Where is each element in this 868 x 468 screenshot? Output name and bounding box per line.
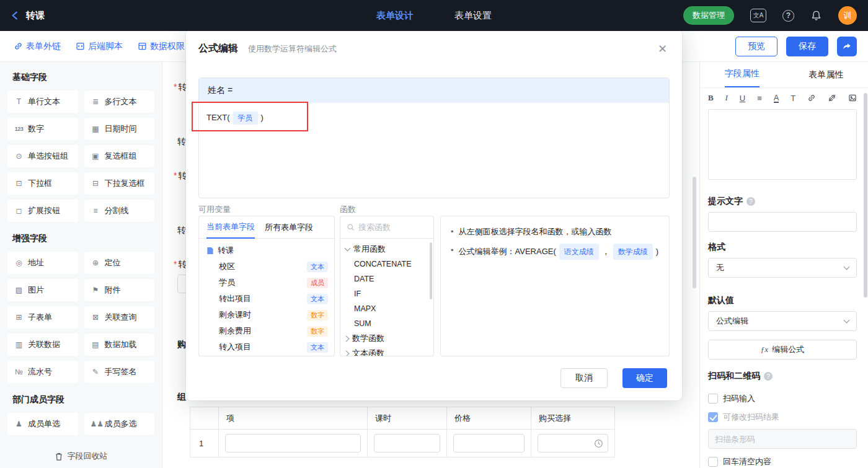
field-title-editor[interactable] [708, 109, 857, 180]
variable-row[interactable]: 转出项目文本 [199, 291, 334, 307]
field-checkbox-group[interactable]: ▣复选框组 [84, 145, 155, 167]
field-multi-dropdown[interactable]: ⊟下拉复选框 [84, 172, 155, 195]
field-tag-student[interactable]: 学员 [233, 112, 258, 125]
close-icon[interactable]: ✕ [658, 43, 667, 55]
field-attachment[interactable]: ⚑附件 [84, 279, 155, 301]
font-color-icon[interactable]: A [774, 94, 779, 103]
field-address[interactable]: ◎地址 [7, 252, 78, 274]
italic-icon[interactable]: I [725, 93, 728, 103]
function-item[interactable]: CONCATENATE [340, 257, 433, 272]
field-single-line-text[interactable]: T单行文本 [7, 91, 78, 113]
edit-formula-button[interactable]: ƒx 编辑公式 [708, 340, 857, 360]
price-input[interactable] [453, 434, 525, 453]
variable-row[interactable]: 校区文本 [199, 258, 334, 275]
insert-image-icon[interactable] [848, 94, 857, 102]
back-icon[interactable] [10, 10, 21, 21]
window-scrollbar[interactable] [864, 93, 867, 298]
type-tag: 文本 [307, 342, 328, 353]
field-serial-number[interactable]: №流水号 [7, 361, 78, 383]
field-radio-group[interactable]: ⊙单选按钮组 [7, 145, 78, 167]
unlink-icon[interactable] [828, 94, 836, 102]
cancel-button[interactable]: 取消 [560, 368, 608, 388]
function-item[interactable]: DATE [340, 272, 433, 286]
translate-icon[interactable]: 文A [750, 9, 766, 22]
field-datetime[interactable]: ▦日期时间 [84, 118, 155, 140]
function-search[interactable] [340, 216, 433, 239]
group-math-functions[interactable]: 数学函数 [340, 331, 433, 346]
variable-row[interactable]: 学员成员 [199, 275, 334, 291]
question-icon[interactable]: ? [764, 372, 773, 381]
help-icon[interactable]: ? [782, 10, 794, 22]
formula-editor[interactable]: 姓名 = TEXT(学员) [198, 77, 670, 198]
notifications-icon[interactable] [810, 10, 822, 22]
data-permission-button[interactable]: 数据权限 [138, 41, 185, 52]
field-location[interactable]: ⊕定位 [84, 252, 155, 274]
function-item[interactable]: IF [340, 286, 433, 301]
backend-script-button[interactable]: 后端脚本 [76, 41, 123, 52]
group-text-functions[interactable]: 文本函数 [340, 346, 433, 356]
hours-input[interactable] [374, 434, 440, 453]
scan-barcode-input[interactable] [708, 429, 857, 449]
fx-icon: ƒx [761, 345, 768, 355]
font-size-icon[interactable]: T [790, 94, 795, 103]
confirm-button[interactable]: 确定 [622, 368, 667, 388]
field-member-single[interactable]: ♟成员单选 [7, 413, 78, 435]
checkbox-unchecked[interactable] [708, 394, 718, 404]
group-common-functions[interactable]: 常用函数 [340, 242, 433, 257]
tab-form-settings[interactable]: 表单设置 [454, 10, 492, 22]
tab-form-properties[interactable]: 表单属性 [784, 62, 868, 87]
modify-scan-result-checkbox[interactable]: 可修改扫码结果 [708, 412, 779, 423]
default-value-select[interactable]: 公式编辑 [708, 311, 857, 331]
variable-row[interactable]: 剩余课时数字 [199, 307, 334, 323]
member-fields-grid: ♟成员单选 ♟♟成员多选 [0, 413, 162, 435]
user-avatar[interactable]: 训 [838, 6, 857, 25]
preview-button[interactable]: 预览 [735, 37, 777, 56]
field-linked-query[interactable]: ⊠关联查询 [84, 306, 155, 329]
field-recycle-bin[interactable]: 字段回收站 [0, 451, 162, 462]
format-select[interactable]: 无 [708, 258, 857, 278]
field-linked-data[interactable]: ▥关联数据 [7, 333, 78, 356]
formula-expression[interactable]: TEXT(学员) [199, 103, 669, 133]
hint-text-input[interactable] [708, 212, 857, 232]
purchase-input[interactable] [538, 434, 608, 453]
function-item[interactable]: MAPX [340, 301, 433, 316]
help-line: • 从左侧面板选择字段名和函数，或输入函数 [451, 225, 659, 239]
tab-form-design[interactable]: 表单设计 [376, 10, 414, 22]
tab-current-form-fields[interactable]: 当前表单字段 [206, 221, 255, 239]
enter-clear-checkbox[interactable]: 回车清空内容 [708, 456, 771, 467]
checkbox-unchecked[interactable] [708, 457, 718, 467]
share-button[interactable] [837, 37, 857, 56]
scan-input-checkbox[interactable]: 扫码输入 [708, 393, 755, 404]
tab-field-properties[interactable]: 字段属性 [700, 62, 784, 87]
function-search-input[interactable] [358, 223, 420, 232]
link-icon[interactable] [807, 94, 816, 102]
form-external-link-button[interactable]: 表单外链 [14, 41, 61, 52]
canvas-scrollbar[interactable] [693, 177, 696, 288]
save-button[interactable]: 保存 [786, 37, 828, 56]
bold-icon[interactable]: B [708, 93, 714, 103]
field-signature[interactable]: ✎手写签名 [84, 361, 155, 383]
align-icon[interactable]: ≡ [757, 94, 762, 103]
item-input[interactable] [225, 434, 361, 453]
field-multi-line-text[interactable]: ≣多行文本 [84, 91, 155, 113]
field-dropdown[interactable]: ⊡下拉框 [7, 172, 78, 195]
attachment-icon: ⚑ [91, 286, 101, 294]
checkbox-checked[interactable] [708, 412, 718, 422]
section-title-member-fields: 部门成员字段 [12, 394, 162, 405]
field-divider[interactable]: ≡分割线 [84, 200, 155, 222]
field-extend-button[interactable]: ◻扩展按钮 [7, 200, 78, 222]
variable-row[interactable]: 剩余费用数字 [199, 323, 334, 339]
underline-icon[interactable]: U [740, 94, 745, 103]
field-data-loading[interactable]: ▤数据加载 [84, 333, 155, 356]
form-node[interactable]: 转课 [199, 242, 334, 258]
field-image[interactable]: ▨图片 [7, 279, 78, 301]
tab-all-form-fields[interactable]: 所有表单字段 [265, 222, 313, 238]
variable-row[interactable]: 转入项目文本 [199, 339, 334, 355]
functions-scrollbar[interactable] [430, 242, 432, 299]
field-member-multi[interactable]: ♟♟成员多选 [84, 413, 155, 435]
function-item[interactable]: SUM [340, 316, 433, 331]
data-manage-button[interactable]: 数据管理 [683, 6, 734, 25]
field-subform[interactable]: ⊞子表单 [7, 306, 78, 329]
question-icon[interactable]: ? [746, 197, 755, 206]
field-number[interactable]: 123数字 [7, 118, 78, 140]
